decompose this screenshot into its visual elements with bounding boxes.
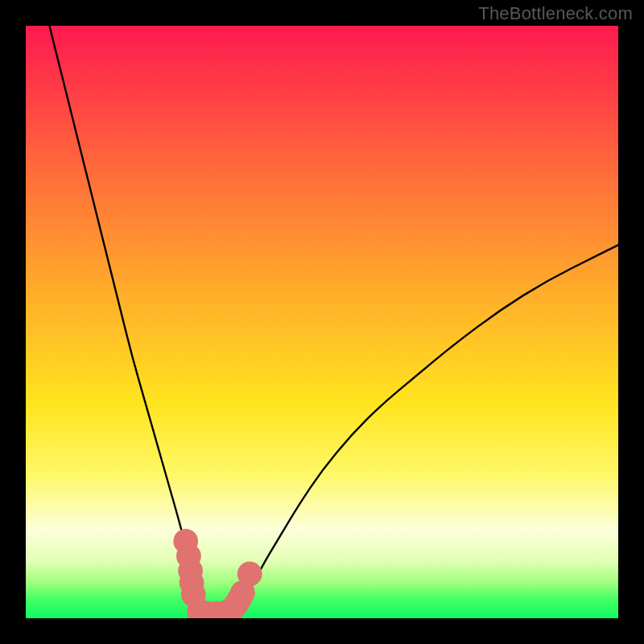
highlight-markers — [173, 529, 262, 618]
watermark-text: TheBottleneck.com — [478, 3, 633, 24]
plot-area — [26, 26, 618, 618]
bottleneck-curve — [49, 26, 618, 615]
chart-frame: TheBottleneck.com — [0, 0, 644, 644]
chart-svg — [26, 26, 618, 618]
marker-dot — [237, 561, 262, 586]
